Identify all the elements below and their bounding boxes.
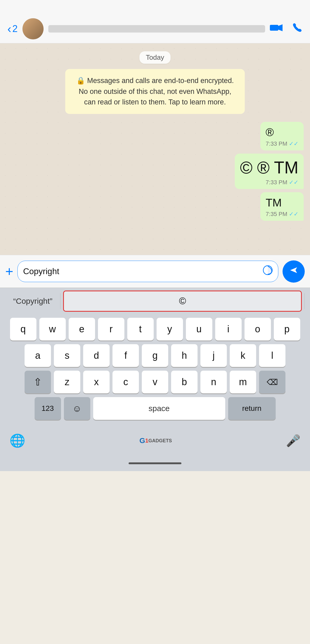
header: ‹ 2 bbox=[0, 14, 310, 43]
message-time-3: 7:35 PM bbox=[266, 211, 287, 218]
message-ticks-1: ✓✓ bbox=[289, 140, 298, 147]
contact-name bbox=[48, 25, 265, 33]
message-text-2: © ® TM bbox=[240, 158, 298, 177]
keyboard-row-4: 123 ☺ space return bbox=[2, 397, 308, 420]
avatar bbox=[22, 18, 44, 39]
key-h[interactable]: h bbox=[171, 344, 198, 367]
home-indicator bbox=[0, 455, 310, 471]
key-j[interactable]: j bbox=[200, 344, 227, 367]
message-time-1: 7:33 PM bbox=[266, 140, 287, 147]
message-time-2: 7:33 PM bbox=[266, 179, 287, 186]
key-s[interactable]: s bbox=[54, 344, 80, 367]
system-message[interactable]: 🔒 Messages and calls are end-to-end encr… bbox=[65, 69, 245, 114]
input-field-wrapper: Copyright bbox=[17, 261, 278, 282]
message-ticks-3: ✓✓ bbox=[289, 211, 298, 218]
key-delete[interactable]: ⌫ bbox=[259, 371, 285, 393]
key-x[interactable]: x bbox=[83, 371, 110, 393]
phone-call-icon[interactable] bbox=[292, 22, 303, 35]
key-k[interactable]: k bbox=[230, 344, 256, 367]
key-v[interactable]: v bbox=[142, 371, 168, 393]
microphone-icon[interactable]: 🎤 bbox=[286, 434, 300, 448]
keyboard-row-1: q w e r t y u i o p bbox=[2, 318, 308, 341]
header-icons bbox=[270, 22, 303, 35]
key-a[interactable]: a bbox=[25, 344, 51, 367]
svg-marker-1 bbox=[278, 24, 283, 31]
send-arrow-icon bbox=[289, 265, 299, 278]
date-badge: Today bbox=[139, 51, 170, 64]
key-r[interactable]: r bbox=[98, 318, 124, 341]
back-button[interactable]: ‹ 2 bbox=[7, 22, 18, 35]
autocomplete-suggestion[interactable]: © bbox=[63, 291, 302, 312]
key-shift[interactable]: ⇧ bbox=[25, 371, 51, 393]
chevron-left-icon: ‹ bbox=[7, 22, 11, 35]
key-u[interactable]: u bbox=[186, 318, 212, 341]
key-m[interactable]: m bbox=[230, 371, 256, 393]
message-bubble-3: TM 7:35 PM ✓✓ bbox=[260, 192, 304, 221]
globe-icon[interactable]: 🌐 bbox=[10, 433, 25, 448]
key-z[interactable]: z bbox=[54, 371, 80, 393]
video-call-icon[interactable] bbox=[270, 22, 283, 35]
message-ticks-2: ✓✓ bbox=[289, 179, 298, 186]
send-button[interactable] bbox=[283, 260, 305, 283]
autocomplete-bar: “Copyright” © bbox=[0, 288, 310, 314]
message-bubble-2: © ® TM 7:33 PM ✓✓ bbox=[235, 154, 304, 189]
key-w[interactable]: w bbox=[39, 318, 66, 341]
back-count: 2 bbox=[12, 23, 18, 34]
message-bubble-1: ® 7:33 PM ✓✓ bbox=[260, 122, 304, 150]
watermark: G 1 GADGETS bbox=[139, 436, 172, 445]
svg-rect-0 bbox=[270, 25, 278, 31]
keyboard: q w e r t y u i o p a s d f g h j k l ⇧ … bbox=[0, 314, 310, 455]
key-numbers[interactable]: 123 bbox=[35, 397, 61, 420]
sticker-icon[interactable] bbox=[263, 265, 273, 278]
autocomplete-divider bbox=[60, 293, 60, 309]
keyboard-bottom: 🌐 G 1 GADGETS 🎤 bbox=[2, 424, 308, 455]
message-text-3: TM bbox=[266, 196, 282, 209]
svg-marker-3 bbox=[290, 267, 297, 273]
key-g[interactable]: g bbox=[142, 344, 168, 367]
key-q[interactable]: q bbox=[10, 318, 36, 341]
key-f[interactable]: f bbox=[112, 344, 139, 367]
keyboard-row-3: ⇧ z x c v b n m ⌫ bbox=[2, 371, 308, 393]
message-text-1: ® bbox=[266, 126, 274, 139]
home-bar bbox=[129, 462, 181, 464]
key-t[interactable]: t bbox=[127, 318, 154, 341]
key-i[interactable]: i bbox=[215, 318, 242, 341]
status-bar bbox=[0, 0, 310, 14]
key-y[interactable]: y bbox=[157, 318, 183, 341]
autocomplete-divider-2 bbox=[304, 293, 305, 309]
input-area: + Copyright bbox=[0, 255, 310, 288]
key-p[interactable]: p bbox=[274, 318, 300, 341]
key-b[interactable]: b bbox=[171, 371, 198, 393]
key-d[interactable]: d bbox=[83, 344, 110, 367]
key-n[interactable]: n bbox=[200, 371, 227, 393]
key-o[interactable]: o bbox=[245, 318, 271, 341]
plus-button[interactable]: + bbox=[5, 265, 13, 278]
chat-area: Today 🔒 Messages and calls are end-to-en… bbox=[0, 43, 310, 255]
key-c[interactable]: c bbox=[112, 371, 139, 393]
key-emoji[interactable]: ☺ bbox=[64, 397, 90, 420]
key-space[interactable]: space bbox=[93, 397, 225, 420]
keyboard-row-2: a s d f g h j k l bbox=[2, 344, 308, 367]
message-input[interactable]: Copyright bbox=[23, 266, 260, 276]
key-l[interactable]: l bbox=[259, 344, 285, 367]
messages-container: ® 7:33 PM ✓✓ © ® TM 7:33 PM ✓✓ TM 7:35 P… bbox=[6, 122, 304, 221]
autocomplete-label: “Copyright” bbox=[5, 297, 60, 306]
key-e[interactable]: e bbox=[69, 318, 95, 341]
key-return[interactable]: return bbox=[228, 397, 276, 420]
